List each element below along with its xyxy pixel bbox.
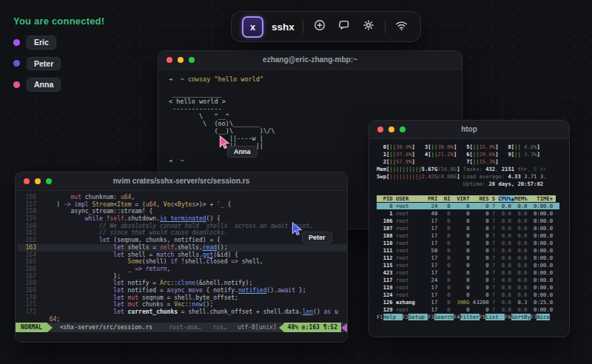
wifi-icon: [395, 20, 408, 34]
terminal-title: htop: [369, 121, 569, 138]
htop-output[interactable]: 0[||39.9%] 3[||30.0%] 5[||15.9%] 8[|| 4.…: [369, 139, 569, 321]
nvim-statusline: NORMAL <shx-server/src/session.rs rust-a…: [16, 323, 347, 332]
toolbar-divider: [385, 20, 386, 33]
connected-status: You are connected!: [13, 16, 104, 27]
gear-icon: [363, 19, 374, 34]
user-name-pill: Eric: [27, 36, 56, 50]
brand-name: sshx: [272, 21, 295, 33]
powerline-separator: [47, 323, 53, 332]
terminal-title: ezhang@eric-zhang-mbp:~: [158, 51, 462, 69]
cursor-name-label: Anna: [227, 146, 258, 158]
statusline-encoding: utf-8[unix]: [238, 324, 277, 331]
vim-mode-indicator: NORMAL: [16, 323, 47, 332]
statusline-filetype: rus…: [213, 324, 227, 331]
terminal-titlebar: htop: [369, 121, 569, 139]
sshx-logo: x: [242, 16, 263, 38]
remote-cursor-anna: Anna: [219, 135, 229, 152]
cursor-name-label: Peter: [302, 232, 332, 243]
pointer-icon: [292, 222, 302, 236]
chat-button[interactable]: [336, 18, 352, 35]
terminal-titlebar: ezhang@eric-zhang-mbp:~: [158, 51, 462, 70]
user-color-dot: [13, 60, 20, 67]
terminal-titlebar: nvim crates/sshx-server/src/session.rs: [16, 172, 347, 191]
toolbar-divider: [303, 20, 303, 33]
sshx-session-page: { "accent_colors":{"green":"#3dbb7d","br…: [0, 0, 592, 364]
new-terminal-button[interactable]: [312, 18, 328, 35]
user-row-peter: Peter: [13, 57, 61, 71]
user-name-pill: Peter: [27, 57, 61, 71]
user-row-anna: Anna: [13, 78, 61, 92]
remote-cursor-peter: Peter: [292, 222, 302, 239]
powerline-separator: [279, 323, 284, 332]
user-color-dot: [13, 81, 20, 88]
statusline-position: 48% ≡:163 ¶:52: [284, 323, 341, 332]
nvim-code-editor[interactable]: 156 mut chunknum: u64,157 ) -> impl Stre…: [16, 191, 347, 323]
user-color-dot: [13, 39, 20, 46]
terminal-window-nvim[interactable]: nvim crates/sshx-server/src/session.rs 1…: [15, 172, 348, 343]
connection-status-button[interactable]: [394, 18, 410, 35]
settings-button[interactable]: [360, 18, 377, 35]
user-list: Eric Peter Anna: [13, 36, 61, 92]
chat-bubble-icon: [338, 19, 350, 34]
terminal-title: nvim crates/sshx-server/src/session.rs: [16, 172, 347, 190]
user-row-eric: Eric: [13, 36, 61, 50]
statusline-filepath: <shx-server/src/session.rs: [60, 324, 152, 331]
statusline-lsp: rust-ana…: [169, 324, 201, 331]
terminal-window-htop[interactable]: htop 0[||39.9%] 3[||30.0%] 5[||15.9%] 8[…: [369, 120, 570, 337]
toolbar: x sshx: [231, 11, 421, 42]
statusline-end-cap: [341, 323, 347, 332]
nvim-command-line: [16, 332, 347, 343]
user-name-pill: Anna: [27, 78, 61, 92]
plus-circle-icon: [314, 19, 326, 34]
